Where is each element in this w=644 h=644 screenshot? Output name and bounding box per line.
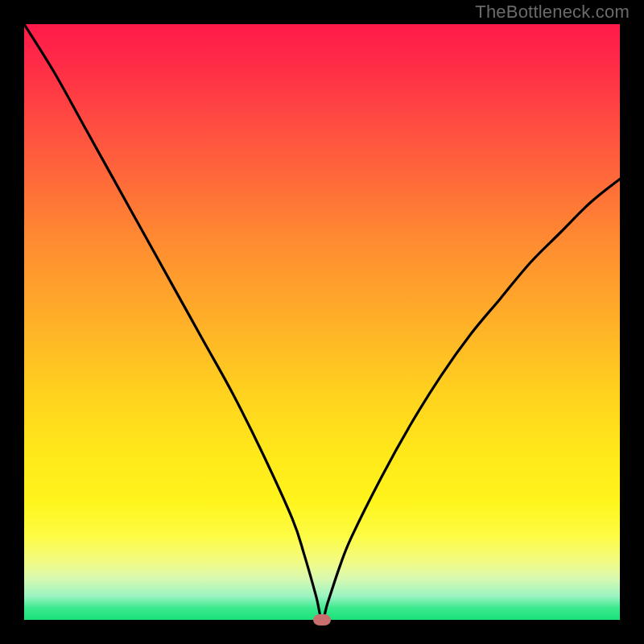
- plot-area: [24, 24, 620, 620]
- outer-frame: TheBottleneck.com: [0, 0, 644, 644]
- optimum-marker: [313, 614, 331, 625]
- watermark-text: TheBottleneck.com: [475, 2, 630, 23]
- curve-path: [24, 24, 620, 620]
- bottleneck-curve: [24, 24, 620, 620]
